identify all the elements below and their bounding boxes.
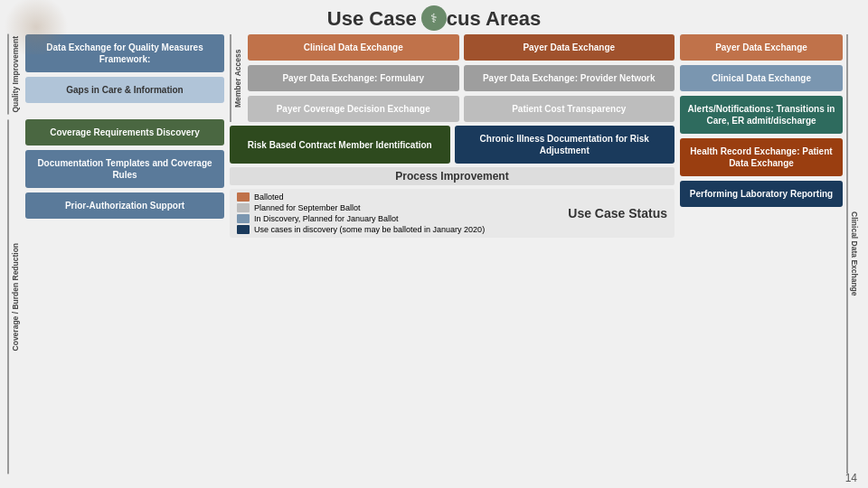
performing-lab-right: Performing Laboratory Reporting: [680, 181, 843, 207]
left-panel-inner: Quality Improvement Data Exchange for Qu…: [7, 34, 224, 474]
legend-use-cases-discovery: Use cases in discovery (some may be ball…: [237, 225, 485, 234]
legend-items: Balloted Planned for September Ballot In…: [237, 192, 485, 234]
payer-formulary-cell: Payer Data Exchange: Formulary: [248, 65, 459, 91]
legend-planned-sep: Planned for September Ballot: [237, 203, 485, 212]
doc-templates-box: Documentation Templates and Coverage Rul…: [25, 150, 224, 188]
payer-data-exchange-cell: Payer Data Exchange: [464, 34, 675, 61]
clinical-data-exchange-right: Clinical Data Exchange: [680, 65, 843, 91]
use-case-status-row: Balloted Planned for September Ballot In…: [230, 189, 675, 238]
alerts-notifications-right: Alerts/Notifications: Transitions in Car…: [680, 96, 843, 134]
middle-top: Member Access Clinical Data Exchange Pay…: [230, 34, 675, 122]
risk-based-cell: Risk Based Contract Member Identificatio…: [230, 126, 450, 164]
left-panel: Quality Improvement Data Exchange for Qu…: [7, 34, 224, 474]
legend-use-cases-text: Use cases in discovery (some may be ball…: [254, 225, 485, 234]
main-container: Quality Improvement Data Exchange for Qu…: [0, 34, 868, 477]
middle-grid: Clinical Data Exchange Payer Data Exchan…: [248, 34, 675, 122]
gaps-care-box: Gaps in Care & Information: [25, 77, 224, 103]
cbr-section: Coverage / Burden Reduction Coverage Req…: [7, 119, 224, 474]
right-panel: Payer Data Exchange Clinical Data Exchan…: [680, 34, 861, 474]
bottom-grid: Risk Based Contract Member Identificatio…: [230, 126, 675, 164]
legend-planned-sep-box: [237, 203, 250, 212]
chronic-illness-cell: Chronic Illness Documentation for Risk A…: [455, 126, 675, 164]
legend-in-discovery: In Discovery, Planned for January Ballot: [237, 214, 485, 223]
legend-use-cases-box: [237, 225, 250, 234]
patient-cost-cell: Patient Cost Transparency: [464, 96, 675, 122]
prior-auth-box: Prior-Authorization Support: [25, 192, 224, 219]
cbr-label: Coverage / Burden Reduction: [7, 119, 22, 474]
page-number: 14: [845, 472, 857, 484]
legend-balloted-box: [237, 192, 250, 202]
data-exchange-quality-box: Data Exchange for Quality Measures Frame…: [25, 34, 224, 72]
cbr-boxes: Coverage Requirements Discovery Document…: [25, 119, 224, 474]
legend-in-discovery-box: [237, 214, 250, 223]
legend-balloted-text: Balloted: [254, 192, 284, 202]
qi-boxes: Data Exchange for Quality Measures Frame…: [25, 34, 224, 115]
cde-label: Clinical Data Exchange: [846, 34, 861, 474]
qi-label: Quality Improvement: [7, 34, 22, 115]
payer-network-cell: Payer Data Exchange: Provider Network: [464, 65, 675, 91]
middle-panel: Member Access Clinical Data Exchange Pay…: [230, 34, 675, 474]
coverage-req-box: Coverage Requirements Discovery: [25, 119, 224, 145]
payer-coverage-cell: Payer Coverage Decision Exchange: [248, 96, 459, 122]
right-boxes: Payer Data Exchange Clinical Data Exchan…: [680, 34, 843, 474]
legend-planned-sep-text: Planned for September Ballot: [254, 203, 361, 212]
clinical-data-exchange-cell: Clinical Data Exchange: [248, 34, 459, 61]
stethoscope-icon: ⚕: [421, 5, 447, 31]
use-case-status-title: Use Case Status: [568, 206, 667, 221]
legend-in-discovery-text: In Discovery, Planned for January Ballot: [254, 214, 398, 223]
health-record-exchange-right: Health Record Exchange: Patient Data Exc…: [680, 138, 843, 176]
payer-data-exchange-right: Payer Data Exchange: [680, 34, 843, 61]
member-access-label: Member Access: [230, 34, 244, 122]
legend-balloted: Balloted: [237, 192, 485, 202]
process-improvement-label: Process Improvement: [230, 167, 675, 185]
qi-section: Quality Improvement Data Exchange for Qu…: [7, 34, 224, 115]
